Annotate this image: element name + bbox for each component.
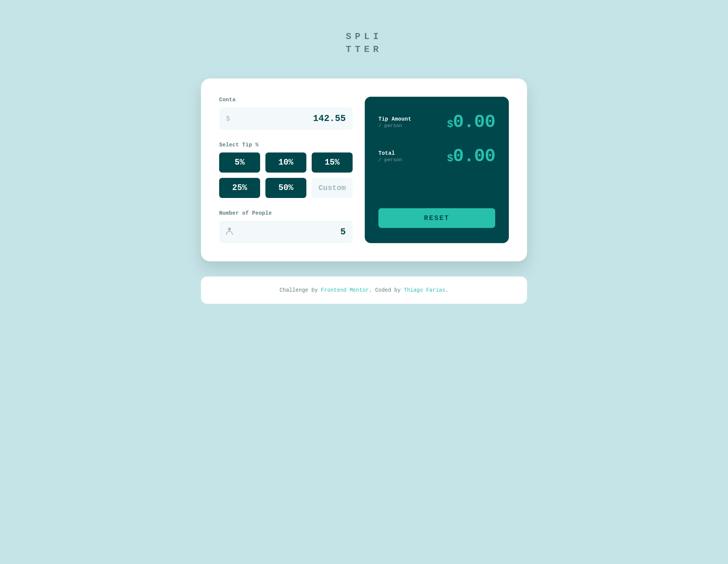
app-title: SPLI TTER (346, 30, 382, 56)
tip-btn-50[interactable]: 50% (265, 178, 306, 198)
tip-btn-15[interactable]: 15% (312, 152, 353, 173)
footer-thiago-link[interactable]: Thiago Farias (404, 287, 445, 293)
tip-btn-5[interactable]: 5% (219, 152, 260, 173)
footer-frontend-mentor-link[interactable]: Frontend Mentor (321, 287, 369, 293)
tip-btn-custom[interactable]: Custom (312, 178, 353, 198)
total-value: $0.00 (447, 146, 495, 167)
people-input-wrapper (219, 221, 353, 243)
total-label: Total (378, 150, 402, 156)
results-section: Tip Amount / person $0.00 Total / person… (378, 112, 495, 180)
left-panel: Conta $ Select Tip % 5% 10% 15% 25% 50% … (219, 97, 353, 243)
bill-section: Conta $ (219, 97, 353, 130)
bill-input[interactable] (233, 108, 346, 129)
footer-coded-text: . Coded by (369, 287, 404, 293)
person-icon (226, 227, 233, 237)
total-label-group: Total / person (378, 150, 402, 163)
total-row: Total / person $0.00 (378, 146, 495, 167)
people-input[interactable] (236, 222, 346, 242)
footer-challenge-text: Challenge by (279, 287, 321, 293)
tip-amount-label: Tip Amount (378, 116, 411, 122)
tip-amount-sublabel: / person (378, 123, 411, 129)
right-panel: Tip Amount / person $0.00 Total / person… (365, 97, 509, 243)
footer-period: . (445, 287, 448, 293)
tip-amount-row: Tip Amount / person $0.00 (378, 112, 495, 132)
bill-input-wrapper: $ (219, 107, 353, 130)
tip-buttons-grid: 5% 10% 15% 25% 50% Custom (219, 152, 353, 198)
tip-btn-25[interactable]: 25% (219, 178, 260, 198)
people-section: Number of People (219, 210, 353, 243)
tip-btn-10[interactable]: 10% (265, 152, 306, 173)
people-label: Number of People (219, 210, 353, 216)
tip-label: Select Tip % (219, 142, 353, 148)
reset-button[interactable]: RESET (378, 208, 495, 228)
main-card: Conta $ Select Tip % 5% 10% 15% 25% 50% … (201, 79, 527, 261)
total-sublabel: / person (378, 157, 402, 163)
footer-card: Challenge by Frontend Mentor. Coded by T… (201, 277, 527, 304)
tip-section: Select Tip % 5% 10% 15% 25% 50% Custom (219, 142, 353, 198)
dollar-icon: $ (226, 115, 230, 123)
bill-label: Conta (219, 97, 353, 103)
tip-amount-label-group: Tip Amount / person (378, 116, 411, 129)
tip-amount-value: $0.00 (447, 112, 495, 132)
